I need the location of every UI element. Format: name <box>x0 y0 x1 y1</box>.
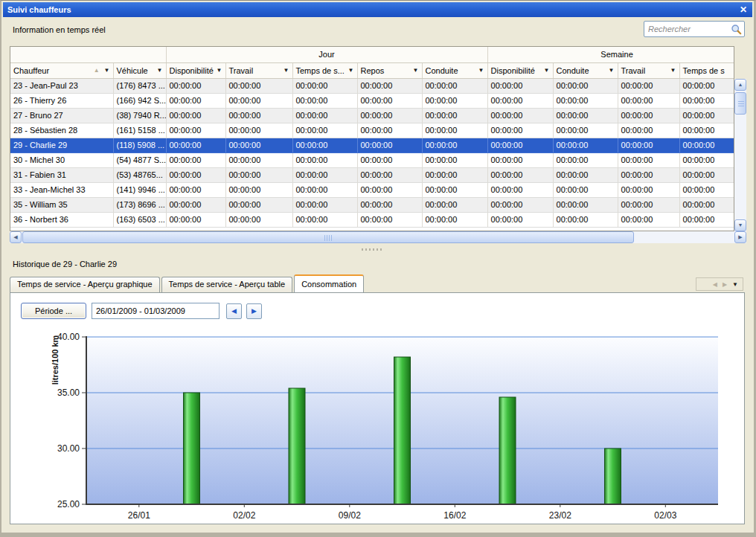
cell: 00:00:00 <box>422 78 487 93</box>
scroll-right-button[interactable]: ▶ <box>734 231 746 243</box>
column-header-travail[interactable]: Travail▼ <box>225 62 292 78</box>
horizontal-scroll-thumb[interactable] <box>22 231 634 243</box>
consumption-tab-panel: Période ... ◀ ▶ 25.0030.0035.0040.0026/0… <box>10 292 745 524</box>
svg-text:09/02: 09/02 <box>339 510 361 521</box>
cell: (53) 48765... <box>113 167 166 182</box>
cell: 00:00:00 <box>618 197 679 212</box>
cell: 00:00:00 <box>166 78 225 93</box>
cell: 00:00:00 <box>357 152 422 167</box>
filter-dropdown-icon[interactable]: ▼ <box>413 67 419 74</box>
scroll-down-button[interactable]: ▼ <box>734 219 746 231</box>
tab-temps-de-service-aper-u-graphique[interactable]: Temps de service - Aperçu graphique <box>10 277 160 292</box>
cell: 00:00:00 <box>292 108 357 123</box>
tab-scroll-right-icon[interactable]: ▶ <box>723 281 727 288</box>
table-vertical-scrollbar[interactable]: ▲ ▼ <box>734 79 746 231</box>
table-row[interactable]: 26 - Thierry 26(166) 942 S...00:00:0000:… <box>10 93 734 108</box>
filter-dropdown-icon[interactable]: ▼ <box>348 67 354 74</box>
column-header-temps-de-s-[interactable]: Temps de s...▼ <box>292 62 357 78</box>
table-row[interactable]: 31 - Fabien 31(53) 48765...00:00:0000:00… <box>10 167 734 182</box>
table-row[interactable]: 33 - Jean-Michel 33(141) 9946 ...00:00:0… <box>10 182 734 197</box>
column-header-conduite[interactable]: Conduite▼ <box>422 62 487 78</box>
cell: 00:00:00 <box>422 138 487 152</box>
close-icon[interactable]: ✕ <box>740 4 747 15</box>
panel-splitter[interactable] <box>3 245 752 254</box>
cell: 00:00:00 <box>357 138 422 152</box>
scroll-up-button[interactable]: ▲ <box>734 79 746 91</box>
table-row[interactable]: 36 - Norbert 36(163) 6503 ...00:00:0000:… <box>10 212 734 227</box>
column-header-chauffeur[interactable]: Chauffeur▲▼ <box>10 62 113 78</box>
column-header-temps-de-s[interactable]: Temps de s <box>679 62 734 78</box>
filter-dropdown-icon[interactable]: ▼ <box>284 67 289 74</box>
table-row[interactable]: 23 - Jean-Paul 23(176) 8473 ...00:00:000… <box>10 78 734 93</box>
cell: 00:00:00 <box>357 78 422 93</box>
column-header-disponibilit-[interactable]: Disponibilité▼ <box>487 62 553 78</box>
column-header-disponibilit-[interactable]: Disponibilité▼ <box>166 62 225 78</box>
cell: 00:00:00 <box>166 123 225 138</box>
filter-dropdown-icon[interactable]: ▼ <box>609 67 615 74</box>
consumption-bar <box>605 448 621 504</box>
cell: 00:00:00 <box>553 212 618 227</box>
arrow-left-icon: ◀ <box>231 307 237 315</box>
cell: 00:00:00 <box>487 182 553 197</box>
period-range-field[interactable] <box>92 303 220 319</box>
thumb-grip-icon <box>324 235 332 241</box>
search-box <box>644 21 745 37</box>
column-header-v-hicule[interactable]: Véhicule▼ <box>113 62 166 78</box>
period-controls: Période ... ◀ ▶ <box>21 303 262 319</box>
arrow-right-icon: ▶ <box>252 307 257 315</box>
column-label: Disponibilité <box>170 66 214 75</box>
cell: 00:00:00 <box>292 212 357 227</box>
svg-text:30.00: 30.00 <box>57 443 80 454</box>
search-input[interactable] <box>648 25 731 33</box>
tab-consommation[interactable]: Consommation <box>294 274 364 292</box>
filter-dropdown-icon[interactable]: ▼ <box>544 67 550 74</box>
column-header-conduite[interactable]: Conduite▼ <box>553 62 618 78</box>
table-horizontal-scrollbar[interactable]: ◀ ▶ <box>10 231 746 243</box>
column-label: Conduite <box>426 66 458 75</box>
cell: 00:00:00 <box>679 182 734 197</box>
vertical-scroll-thumb[interactable] <box>734 92 746 115</box>
table-row[interactable]: 29 - Charlie 29(118) 5908 ...00:00:0000:… <box>10 138 734 152</box>
table-row[interactable]: 27 - Bruno 27(38) 7940 R...00:00:0000:00… <box>10 108 734 123</box>
column-header-travail[interactable]: Travail▼ <box>618 62 679 78</box>
cell: 00:00:00 <box>166 197 225 212</box>
svg-text:25.00: 25.00 <box>57 499 80 509</box>
table-row[interactable]: 28 - Sébastien 28(161) 5158 ...00:00:000… <box>10 123 734 138</box>
scroll-left-button[interactable]: ◀ <box>10 231 22 243</box>
table-row[interactable]: 35 - William 35(173) 8696 ...00:00:0000:… <box>10 197 734 212</box>
drivers-table: JourSemaineChauffeur▲▼Véhicule▼Disponibi… <box>10 46 746 243</box>
cell: 31 - Fabien 31 <box>10 167 113 182</box>
cell: 28 - Sébastien 28 <box>10 123 113 138</box>
history-section-label: Historique de 29 - Charlie 29 <box>13 260 117 268</box>
cell: 00:00:00 <box>553 123 618 138</box>
tab-temps-de-service-aper-u-table[interactable]: Temps de service - Aperçu table <box>161 277 293 292</box>
svg-text:02/02: 02/02 <box>233 510 255 521</box>
window-title: Suivi chauffeurs <box>7 5 71 14</box>
cell: 00:00:00 <box>225 138 292 152</box>
consumption-chart: 25.0030.0035.0040.0026/0102/0209/0216/02… <box>12 327 738 524</box>
cell: 00:00:00 <box>618 182 679 197</box>
next-period-button[interactable]: ▶ <box>246 303 262 319</box>
filter-dropdown-icon[interactable]: ▼ <box>478 67 484 74</box>
cell: 00:00:00 <box>225 212 292 227</box>
table-row[interactable]: 30 - Michel 30(54) 4877 S...00:00:0000:0… <box>10 152 734 167</box>
filter-dropdown-icon[interactable]: ▼ <box>217 67 222 74</box>
tab-list-dropdown-icon[interactable]: ▼ <box>732 281 738 288</box>
period-button[interactable]: Période ... <box>21 303 86 319</box>
search-icon[interactable] <box>731 24 742 35</box>
filter-dropdown-icon[interactable]: ▼ <box>157 67 163 74</box>
cell: 00:00:00 <box>225 152 292 167</box>
column-header-repos[interactable]: Repos▼ <box>357 62 422 78</box>
window-suivi-chauffeurs: Suivi chauffeurs ✕ Information en temps … <box>0 0 756 537</box>
cell: 00:00:00 <box>166 167 225 182</box>
tab-scroll-left-icon[interactable]: ◀ <box>713 281 717 288</box>
consumption-bar <box>394 357 411 504</box>
previous-period-button[interactable]: ◀ <box>226 303 242 319</box>
title-bar[interactable]: Suivi chauffeurs ✕ <box>3 2 752 17</box>
cell: 00:00:00 <box>166 182 225 197</box>
filter-dropdown-icon[interactable]: ▼ <box>670 67 676 74</box>
column-label: Travail <box>229 66 254 75</box>
cell: 00:00:00 <box>618 123 679 138</box>
arrow-right-icon: ▶ <box>738 234 742 239</box>
filter-dropdown-icon[interactable]: ▼ <box>104 67 110 74</box>
